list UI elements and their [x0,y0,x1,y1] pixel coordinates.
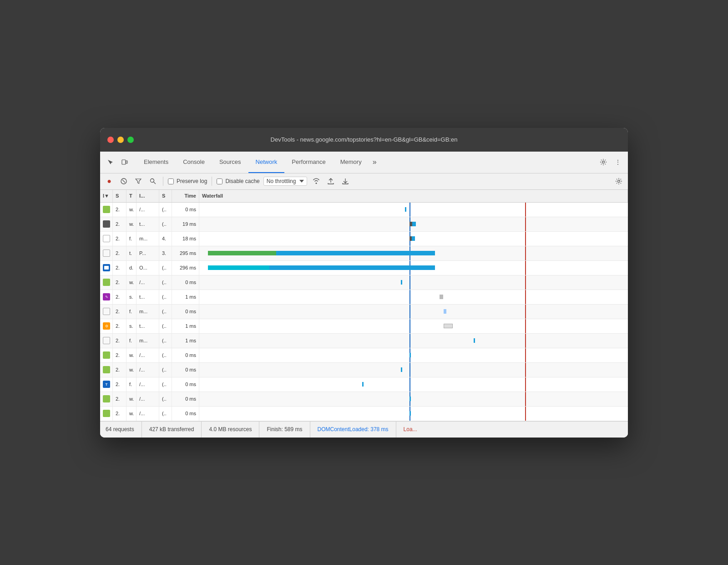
tab-memory[interactable]: Memory [333,151,369,173]
disable-cache-label[interactable]: Disable cache [217,178,259,184]
table-row[interactable]: 2. w. /... (.. 0 ms [100,348,628,363]
table-row[interactable]: T 2. f. /... (.. 0 ms [100,377,628,392]
title-bar: DevTools - news.google.com/topstories?hl… [100,128,628,152]
waterfall-bar [199,348,628,362]
waterfall-bar [199,392,628,406]
wifi-icon[interactable] [311,176,322,187]
svg-line-6 [154,182,156,184]
network-table: I▼ S T I... S Time Waterfall 2. w. /... [100,190,628,421]
divider-2 [212,177,212,186]
svg-rect-0 [122,160,126,164]
upload-icon[interactable] [325,176,336,187]
dom-content-loaded: DOMContentLoaded: 378 ms [310,422,396,438]
row-icon [100,203,113,217]
download-icon[interactable] [340,176,351,187]
settings-gear-icon[interactable] [613,176,624,187]
maximize-button[interactable] [127,137,134,143]
requests-count: 64 requests [106,422,142,438]
row-icon [100,232,113,246]
finish-time: Finish: 589 ms [259,422,310,438]
main-tabs: Elements Console Sources Network Perform… [136,151,597,173]
preserve-log-label[interactable]: Preserve log [168,178,207,184]
waterfall-bar [199,246,628,260]
close-button[interactable] [107,137,114,143]
tab-console[interactable]: Console [176,151,212,173]
tab-sources[interactable]: Sources [212,151,248,173]
row-icon: ⚙ [100,319,113,333]
more-options-icon[interactable]: ⋮ [612,156,624,168]
table-row[interactable]: 2. w. /... (.. 0 ms [100,203,628,217]
th-indicator[interactable]: I▼ [100,190,113,202]
disable-cache-checkbox[interactable] [217,178,222,184]
table-row[interactable]: 2. f. m... (.. 1 ms [100,334,628,348]
devtools-window: DevTools - news.google.com/topstories?hl… [100,128,628,438]
table-row[interactable]: 2. w. /... (.. 0 ms [100,407,628,421]
table-row[interactable]: 2. f. m... 4. 18 ms [100,232,628,246]
svg-rect-1 [126,161,127,163]
table-row[interactable]: 2. w. /... (.. 0 ms [100,363,628,377]
throttle-select[interactable]: No throttling [263,177,308,186]
th-name[interactable]: I... [136,190,159,202]
minimize-button[interactable] [117,137,124,143]
settings-icon[interactable] [597,156,610,168]
more-tabs-button[interactable]: » [369,158,380,166]
device-icon[interactable] [118,156,131,168]
waterfall-bar [199,334,628,348]
table-row[interactable]: ⚙ 2. s. t... (.. 1 ms [100,319,628,334]
load-time: Loa... [396,422,425,438]
row-icon: T [100,377,113,392]
waterfall-bar [199,363,628,377]
table-row[interactable]: 2. w. /... (.. 0 ms [100,275,628,290]
filter-icon[interactable] [133,176,144,187]
row-icon: ✎ [100,290,113,304]
table-body: 2. w. /... (.. 0 ms [100,203,628,421]
row-icon [100,275,113,290]
cursor-icon[interactable] [104,156,116,168]
record-button[interactable]: ● [104,176,115,187]
waterfall-bar [199,377,628,392]
waterfall-bar [199,319,628,333]
network-toolbar: ● Preserve log [100,173,628,190]
tab-elements[interactable]: Elements [136,151,176,173]
row-icon [100,392,113,406]
row-icon [100,334,113,348]
svg-point-2 [602,161,605,163]
waterfall-bar [199,217,628,231]
th-type[interactable]: T [126,190,136,202]
row-icon [100,305,113,319]
table-row[interactable]: 2. w. /... (.. 0 ms [100,392,628,407]
waterfall-bar [199,290,628,304]
window-title: DevTools - news.google.com/topstories?hl… [271,136,458,143]
waterfall-bar [199,232,628,246]
waterfall-bar [199,275,628,290]
table-row[interactable]: 2. w. t... (.. 19 ms [100,217,628,232]
svg-point-5 [151,179,154,183]
tab-icon-group [104,156,131,168]
th-size[interactable]: S [159,190,172,202]
search-icon[interactable] [147,176,158,187]
th-time[interactable]: Time [172,190,199,202]
th-status[interactable]: S [113,190,126,202]
tab-network[interactable]: Network [248,151,285,173]
tabs-bar: Elements Console Sources Network Perform… [100,152,628,173]
transferred-size: 427 kB transferred [142,422,202,438]
preserve-log-checkbox[interactable] [168,178,174,184]
table-row[interactable]: 2. d. O... (.. 296 ms [100,261,628,275]
row-icon [100,348,113,362]
waterfall-bar [199,305,628,319]
traffic-lights [107,137,134,143]
row-icon [100,407,113,421]
table-header: I▼ S T I... S Time Waterfall [100,190,628,203]
tab-actions: ⋮ [597,156,624,168]
waterfall-bar [199,407,628,421]
row-icon [100,217,113,231]
clear-button[interactable] [118,176,129,187]
table-row[interactable]: 2. t. P... 3. 295 ms [100,246,628,261]
table-row[interactable]: 2. f. m... (.. 0 ms [100,305,628,319]
row-icon [100,363,113,377]
tab-performance[interactable]: Performance [284,151,333,173]
table-row[interactable]: ✎ 2. s. t... (.. 1 ms [100,290,628,305]
row-icon [100,261,113,275]
resources-size: 4.0 MB resources [202,422,259,438]
th-waterfall[interactable]: Waterfall [199,190,628,202]
